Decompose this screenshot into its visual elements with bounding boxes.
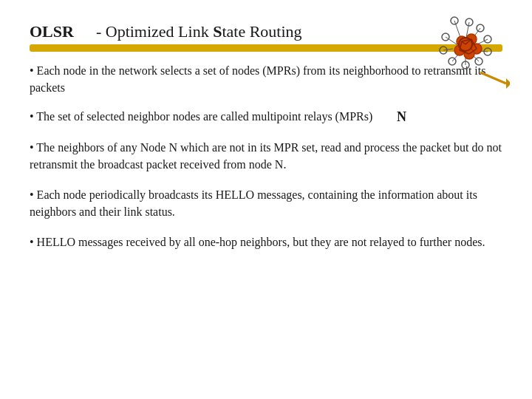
title-subtitle: - Optimized Link State Routing: [96, 22, 302, 41]
bullet-3: • The neighbors of any Node N which are …: [30, 139, 502, 173]
svg-marker-34: [506, 78, 510, 89]
svg-line-33: [480, 72, 506, 83]
network-diagram: [392, 13, 510, 132]
bullet-4: • Each node periodically broadcasts its …: [30, 186, 502, 220]
node-n-label: N: [397, 109, 406, 125]
slide: N OLSR - Optimized Link State Routing • …: [0, 0, 532, 399]
title-area: OLSR - Optimized Link State Routing: [30, 22, 302, 41]
bullet-5: • HELLO messages received by all one-hop…: [30, 233, 502, 250]
title-acronym: OLSR: [30, 22, 74, 41]
svg-line-18: [443, 49, 453, 50]
